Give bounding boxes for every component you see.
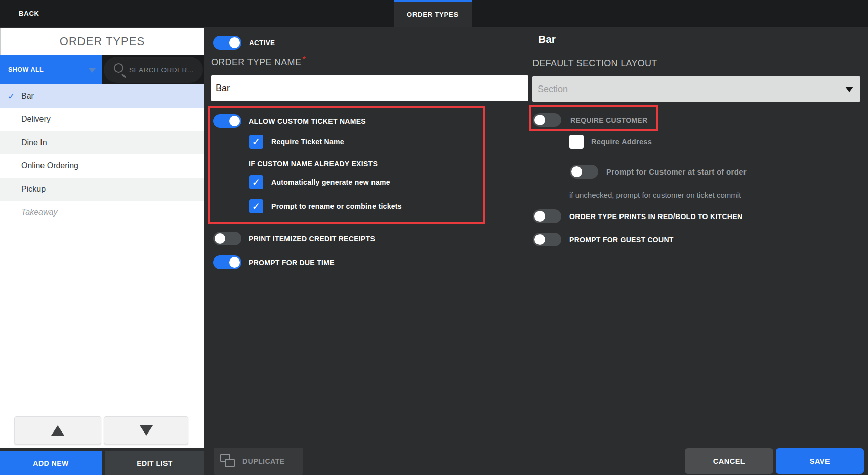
require-customer-label: REQUIRE CUSTOMER — [570, 113, 647, 127]
prints-red-bold-toggle[interactable] — [533, 209, 561, 223]
default-section-layout-label: DEFAULT SECTION LAYOUT — [532, 58, 657, 69]
save-button[interactable]: SAVE — [776, 448, 864, 474]
section-layout-value: Section — [538, 76, 568, 102]
move-up-button[interactable] — [14, 416, 101, 444]
list-item-label: Pickup — [21, 185, 46, 194]
arrow-down-icon — [140, 425, 153, 436]
search-icon — [114, 63, 123, 73]
add-new-button[interactable]: ADD NEW — [0, 451, 102, 475]
text-cursor — [215, 81, 215, 96]
prompt-guest-count-toggle[interactable] — [533, 233, 561, 246]
checkmark-icon: ✓ — [252, 200, 261, 212]
auto-generate-name-checkbox[interactable]: ✓ — [249, 175, 263, 189]
dropdown-caret-icon — [845, 87, 853, 92]
list-separator — [0, 410, 204, 410]
sidebar: SHOW ALL ✓ Bar Delivery Dine In Online O… — [0, 55, 204, 448]
require-ticket-name-checkbox[interactable]: ✓ — [249, 135, 263, 149]
require-address-label: Require Address — [591, 135, 652, 149]
active-toggle[interactable] — [213, 36, 241, 50]
arrow-up-icon — [51, 425, 64, 436]
list-item-label: Takeaway — [21, 208, 57, 217]
edit-list-button[interactable]: EDIT LIST — [105, 451, 204, 475]
active-label: ACTIVE — [249, 36, 275, 50]
list-item-dine-in[interactable]: Dine In — [0, 131, 204, 154]
list-item-online-ordering[interactable]: Online Ordering — [0, 154, 204, 178]
checkmark-icon: ✓ — [252, 136, 261, 148]
order-type-name-label: ORDER TYPE NAME* — [211, 57, 306, 68]
duplicate-button[interactable]: DUPLICATE — [214, 448, 303, 475]
top-bar: BACK ORDER TYPES — [0, 0, 868, 27]
prompt-rename-combine-checkbox[interactable]: ✓ — [249, 199, 263, 213]
prompt-due-time-toggle[interactable] — [213, 255, 241, 269]
list-item-takeaway[interactable]: Takeaway — [0, 201, 204, 224]
print-itemized-receipts-toggle[interactable] — [213, 232, 241, 245]
back-button[interactable]: BACK — [19, 0, 39, 27]
detail-title: Bar — [538, 33, 556, 46]
list-item-label: Delivery — [21, 115, 51, 124]
require-ticket-name-label: Require Ticket Name — [271, 135, 344, 149]
duplicate-label: DUPLICATE — [242, 448, 285, 475]
list-item-label: Dine In — [21, 138, 47, 147]
require-address-checkbox[interactable] — [569, 135, 584, 149]
allow-custom-ticket-names-toggle[interactable] — [213, 114, 241, 128]
tab-order-types[interactable]: ORDER TYPES — [394, 0, 472, 27]
move-down-button[interactable] — [104, 416, 188, 444]
prints-red-bold-label: ORDER TYPE PRINTS IN RED/BOLD TO KITCHEN — [569, 209, 742, 223]
duplicate-icon — [220, 454, 236, 469]
search-input[interactable] — [129, 57, 201, 83]
prompt-due-time-label: PROMPT FOR DUE TIME — [249, 255, 335, 269]
checkmark-icon: ✓ — [8, 91, 15, 102]
cancel-button[interactable]: CANCEL — [685, 448, 773, 474]
chevron-down-icon — [89, 68, 96, 73]
list-item-label: Bar — [21, 92, 34, 101]
list-item-label: Online Ordering — [21, 161, 78, 170]
sidebar-title: ORDER TYPES — [0, 28, 204, 55]
print-itemized-receipts-label: PRINT ITEMIZED CREDIT RECEIPTS — [249, 232, 375, 245]
search-pill[interactable] — [104, 57, 203, 83]
section-layout-dropdown[interactable]: Section — [532, 76, 860, 102]
allow-custom-ticket-names-label: ALLOW CUSTOM TICKET NAMES — [249, 114, 366, 128]
show-all-label: SHOW ALL — [8, 55, 44, 84]
order-type-list: ✓ Bar Delivery Dine In Online Ordering P… — [0, 84, 204, 224]
prompt-customer-start-toggle[interactable] — [570, 165, 598, 179]
prompt-guest-count-label: PROMPT FOR GUEST COUNT — [569, 233, 674, 246]
list-item-delivery[interactable]: Delivery — [0, 108, 204, 131]
required-asterisk: * — [302, 55, 306, 64]
checkmark-icon: ✓ — [252, 176, 261, 188]
prompt-customer-start-label: Prompt for Customer at start of order — [606, 165, 747, 179]
prompt-rename-combine-label: Prompt to rename or combine tickets — [271, 199, 402, 213]
order-types-settings-screen: BACK ORDER TYPES ORDER TYPES SHOW ALL ✓ … — [0, 0, 868, 475]
list-item-pickup[interactable]: Pickup — [0, 178, 204, 201]
list-item-bar[interactable]: ✓ Bar — [0, 84, 204, 108]
auto-generate-name-label: Automatically generate new name — [271, 175, 390, 189]
unchecked-note: if unchecked, prompt for customer on tic… — [569, 191, 741, 199]
search-field — [102, 55, 204, 84]
show-all-dropdown[interactable]: SHOW ALL — [0, 55, 102, 84]
if-custom-name-exists-heading: IF CUSTOM NAME ALREADY EXISTS — [249, 157, 378, 170]
order-type-name-input[interactable] — [211, 75, 528, 101]
require-customer-toggle[interactable] — [533, 113, 561, 127]
